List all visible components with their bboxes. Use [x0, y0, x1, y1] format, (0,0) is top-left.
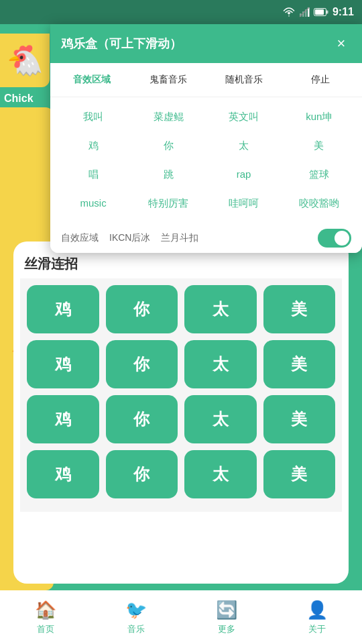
home-icon: 🏠 — [35, 600, 56, 621]
combo-btn-r2-c1[interactable]: 你 — [106, 395, 178, 443]
status-time: 9:11 — [333, 6, 354, 18]
nav-home-label: 首页 — [37, 623, 54, 635]
svg-rect-7 — [315, 9, 324, 15]
bottom-navigation: 🏠 首页 🐦 音乐 🔄 更多 👤 关于 — [0, 590, 362, 644]
tab-sound-effects[interactable]: 音效区域 — [56, 70, 128, 90]
toggle-label-3: 兰月斗扣 — [161, 232, 198, 244]
nav-about[interactable]: 👤 关于 — [306, 600, 328, 635]
combo-row-3: 鸡你太美 — [27, 395, 335, 443]
combo-btn-r1-c1[interactable]: 你 — [106, 340, 178, 388]
sound-cell-8[interactable]: 唱 — [56, 160, 131, 189]
combo-btn-r3-c1[interactable]: 你 — [106, 450, 178, 498]
nav-home[interactable]: 🏠 首页 — [35, 600, 56, 635]
sound-cell-9[interactable]: 跳 — [131, 160, 206, 189]
sound-cell-14[interactable]: 哇呵呵 — [206, 189, 282, 218]
toggle-label-1: 自效应域 — [61, 232, 99, 244]
tab-stop[interactable]: 停止 — [284, 70, 357, 90]
combo-btn-r1-c2[interactable]: 太 — [184, 340, 257, 388]
nav-more[interactable]: 🔄 更多 — [216, 600, 237, 635]
combo-btn-r0-c1[interactable]: 你 — [106, 285, 178, 333]
sound-cell-13[interactable]: 特别厉害 — [131, 189, 206, 218]
combo-btn-r0-c2[interactable]: 太 — [184, 285, 257, 333]
toggle-label-2: IKCN后冰 — [109, 232, 150, 244]
modal-close-button[interactable]: × — [331, 34, 351, 54]
combo-row-1: 鸡你太美 — [27, 285, 335, 333]
battery-icon — [314, 8, 328, 16]
sound-cell-0[interactable]: 我叫 — [56, 103, 131, 131]
tab-ghost-music[interactable]: 鬼畜音乐 — [132, 70, 204, 90]
nav-music-label: 音乐 — [127, 623, 145, 635]
toggle-label-group: 自效应域 IKCN后冰 兰月斗扣 — [61, 232, 198, 244]
modal-title: 鸡乐盒（可上下滑动） — [61, 36, 182, 52]
combo-btn-r2-c2[interactable]: 太 — [184, 395, 257, 443]
combo-btn-r3-c3[interactable]: 美 — [263, 450, 336, 498]
toggle-switch[interactable] — [318, 229, 351, 248]
toggle-row: 自效应域 IKCN后冰 兰月斗扣 — [50, 223, 362, 253]
combo-btn-r2-c3[interactable]: 美 — [263, 395, 336, 443]
sound-cell-6[interactable]: 太 — [206, 131, 282, 160]
status-bar: 9:11 — [0, 0, 362, 24]
combo-row-4: 鸡你太美 — [27, 450, 335, 498]
chick-avatar: 🐔 — [0, 34, 50, 87]
sound-cell-12[interactable]: music — [56, 189, 131, 218]
nav-about-label: 关于 — [308, 623, 326, 635]
sound-grid: 我叫菜虚鲲英文叫kun坤鸡你太美唱跳rap篮球music特别厉害哇呵呵咬咬豁哟 — [50, 97, 362, 223]
signal-icon — [299, 7, 310, 17]
sound-cell-15[interactable]: 咬咬豁哟 — [282, 189, 357, 218]
sound-cell-10[interactable]: rap — [206, 160, 282, 189]
wifi-icon — [283, 7, 295, 17]
about-icon: 👤 — [306, 600, 328, 621]
sound-cell-1[interactable]: 菜虚鲲 — [131, 103, 206, 131]
music-icon: 🐦 — [125, 600, 147, 621]
nav-more-label: 更多 — [218, 623, 235, 635]
combo-btn-r1-c3[interactable]: 美 — [263, 340, 336, 388]
modal-tabs: 音效区域 鬼畜音乐 随机音乐 停止 — [50, 63, 362, 97]
sound-cell-7[interactable]: 美 — [282, 131, 357, 160]
combo-grid-area: 鸡你太美 鸡你太美 鸡你太美 鸡你太美 — [20, 278, 342, 512]
status-icons: 9:11 — [283, 6, 354, 18]
sound-cell-3[interactable]: kun坤 — [282, 103, 357, 131]
combo-btn-r2-c0[interactable]: 鸡 — [27, 395, 99, 443]
combo-btn-r0-c0[interactable]: 鸡 — [27, 285, 99, 333]
combo-btn-r3-c0[interactable]: 鸡 — [27, 450, 99, 498]
combo-btn-r1-c0[interactable]: 鸡 — [27, 340, 99, 388]
modal-header: 鸡乐盒（可上下滑动） × — [50, 24, 362, 63]
chick-label: Chick — [0, 91, 38, 106]
combo-row-2: 鸡你太美 — [27, 340, 335, 388]
combo-btn-r0-c3[interactable]: 美 — [263, 285, 336, 333]
svg-rect-6 — [326, 11, 328, 14]
svg-line-4 — [300, 7, 309, 17]
tab-random-music[interactable]: 随机音乐 — [208, 70, 281, 90]
nav-music[interactable]: 🐦 音乐 — [125, 600, 147, 635]
more-icon: 🔄 — [216, 600, 237, 621]
modal-dialog: 鸡乐盒（可上下滑动） × 音效区域 鬼畜音乐 随机音乐 停止 我叫菜虚鲲英文叫k… — [50, 24, 362, 253]
sound-cell-11[interactable]: 篮球 — [282, 160, 357, 189]
sound-cell-4[interactable]: 鸡 — [56, 131, 131, 160]
sound-cell-5[interactable]: 你 — [131, 131, 206, 160]
combo-btn-r3-c2[interactable]: 太 — [184, 450, 257, 498]
sound-cell-2[interactable]: 英文叫 — [206, 103, 282, 131]
